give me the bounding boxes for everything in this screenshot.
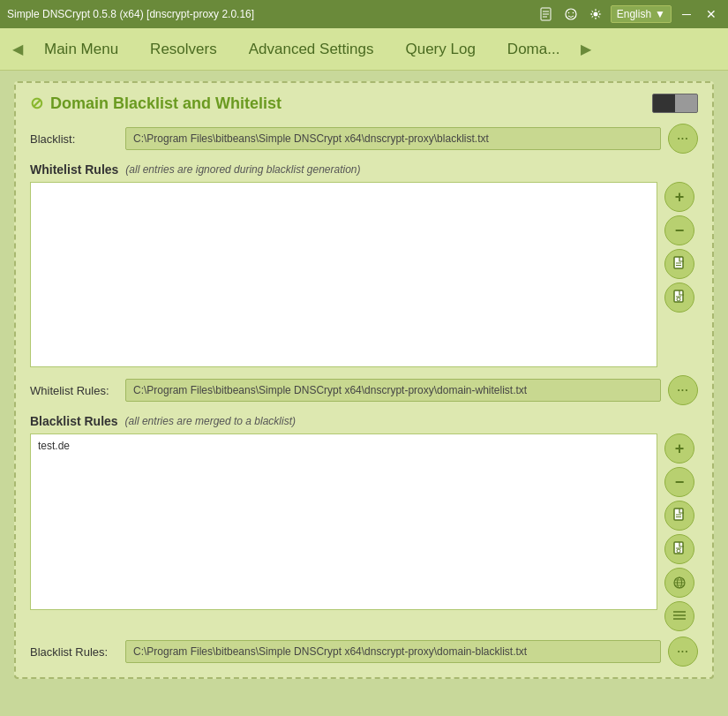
gear-icon[interactable] bbox=[586, 4, 605, 24]
titlebar-icons: English ▼ ─ ✕ bbox=[537, 4, 721, 24]
blacklist-file-row: Blacklist Rules: ··· bbox=[30, 637, 698, 667]
card-title: ⊘ Domain Blacklist and Whitelist bbox=[30, 94, 281, 113]
blacklist-rules-title: Blacklist Rules bbox=[30, 414, 118, 428]
nav-left-arrow[interactable]: ◀ bbox=[7, 41, 28, 57]
svg-point-5 bbox=[567, 12, 569, 14]
whitelist-rules-header: Whitelist Rules (all entries are ignored… bbox=[30, 162, 698, 177]
main-content: ⊘ Domain Blacklist and Whitelist Blackli… bbox=[0, 71, 728, 716]
whitelist-add-btn[interactable]: + bbox=[664, 182, 694, 212]
blacklist-remove-btn[interactable]: − bbox=[664, 467, 694, 497]
whitelist-rules-input[interactable] bbox=[125, 379, 661, 402]
whitelist-remove-btn[interactable]: − bbox=[664, 215, 694, 245]
titlebar: Simple DNSCrypt 0.5.8 (x64) [dnscrypt-pr… bbox=[0, 0, 728, 28]
blacklist-rules-section: test.de + − bbox=[30, 433, 698, 631]
nav-resolvers[interactable]: Resolvers bbox=[134, 34, 233, 65]
blacklist-rules-file-label: Blacklist Rules: bbox=[30, 645, 118, 659]
whitelist-file2-btn[interactable] bbox=[664, 283, 694, 313]
nav-main-menu[interactable]: Main Menu bbox=[28, 34, 134, 65]
svg-point-6 bbox=[572, 12, 574, 14]
blacklist-rules-input[interactable] bbox=[125, 640, 661, 663]
blacklist-file1-btn[interactable] bbox=[664, 501, 694, 531]
blacklist-rules-menu-btn[interactable]: ··· bbox=[668, 637, 698, 667]
whitelist-rules-file-label: Whitelist Rules: bbox=[30, 384, 118, 397]
whitelist-menu-btn[interactable]: ··· bbox=[668, 375, 698, 405]
card-header: ⊘ Domain Blacklist and Whitelist bbox=[30, 94, 698, 113]
blacklist-input[interactable] bbox=[125, 127, 661, 150]
blacklist-side-buttons: + − bbox=[657, 433, 698, 631]
svg-point-7 bbox=[593, 12, 597, 17]
whitelist-rules-section: + − bbox=[30, 182, 698, 370]
navbar: ◀ Main Menu Resolvers Advanced Settings … bbox=[0, 28, 728, 71]
blacklist-row: Blacklist: ··· bbox=[30, 124, 698, 154]
blacklist-textarea[interactable]: test.de bbox=[30, 433, 657, 610]
blacklist-list-btn[interactable] bbox=[664, 601, 694, 631]
whitelist-textarea[interactable] bbox=[30, 182, 657, 367]
domain-blacklist-card: ⊘ Domain Blacklist and Whitelist Blackli… bbox=[14, 81, 714, 679]
nav-query-log[interactable]: Query Log bbox=[389, 34, 491, 65]
blacklist-label: Blacklist: bbox=[30, 132, 118, 146]
whitelist-textarea-container bbox=[30, 182, 657, 370]
smiley-icon[interactable] bbox=[561, 4, 581, 24]
lang-label: English bbox=[617, 8, 651, 20]
language-selector[interactable]: English ▼ bbox=[611, 5, 672, 23]
blacklist-textarea-container: test.de bbox=[30, 433, 657, 631]
close-button[interactable]: ✕ bbox=[702, 4, 721, 24]
blacklist-file2-btn[interactable] bbox=[664, 534, 694, 564]
blacklist-globe-btn[interactable] bbox=[664, 568, 694, 598]
whitelist-side-buttons: + − bbox=[657, 182, 698, 370]
lang-arrow: ▼ bbox=[655, 8, 665, 20]
whitelist-rules-title: Whitelist Rules bbox=[30, 162, 118, 177]
whitelist-file1-btn[interactable] bbox=[664, 249, 694, 279]
blacklist-menu-btn[interactable]: ··· bbox=[668, 124, 698, 154]
app-title: Simple DNSCrypt 0.5.8 (x64) [dnscrypt-pr… bbox=[7, 8, 537, 20]
nav-domain[interactable]: Doma... bbox=[492, 34, 576, 65]
card-title-icon: ⊘ bbox=[30, 94, 43, 113]
whitelist-file-row: Whitelist Rules: ··· bbox=[30, 375, 698, 405]
nav-right-arrow[interactable]: ▶ bbox=[575, 41, 597, 57]
svg-point-4 bbox=[566, 9, 576, 19]
blacklist-rules-header: Blacklist Rules (all entries are merged … bbox=[30, 414, 698, 428]
minimize-button[interactable]: ─ bbox=[677, 4, 696, 24]
notepad-icon[interactable] bbox=[537, 4, 556, 24]
toggle-switch[interactable] bbox=[652, 94, 698, 113]
nav-advanced-settings[interactable]: Advanced Settings bbox=[233, 34, 390, 65]
whitelist-rules-hint: (all entries are ignored during blacklis… bbox=[125, 163, 360, 176]
blacklist-add-btn[interactable]: + bbox=[664, 433, 694, 464]
blacklist-rules-hint: (all entries are merged to a blacklist) bbox=[125, 415, 296, 427]
